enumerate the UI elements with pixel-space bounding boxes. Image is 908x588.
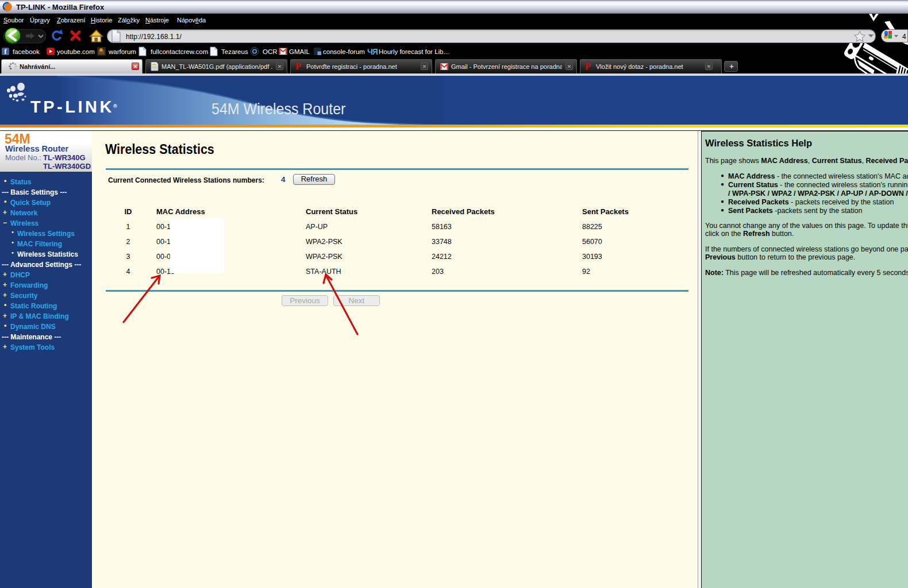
svg-text:f: f: [4, 47, 7, 56]
svg-text:ЧЯ: ЧЯ: [367, 47, 378, 56]
